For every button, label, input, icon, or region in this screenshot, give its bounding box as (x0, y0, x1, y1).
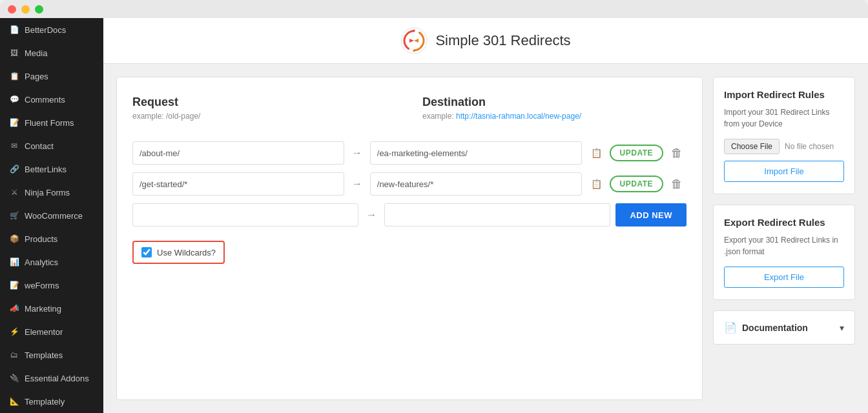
sidebar-item-media[interactable]: 🖼 Media (0, 41, 103, 65)
weforms-icon: 📝 (9, 280, 19, 290)
sidebar-label-ninja-forms: Ninja Forms (25, 188, 70, 197)
destination-input-3[interactable] (384, 203, 610, 227)
destination-example-link: http://tasnia-rahman.local/new-page/ (456, 112, 581, 121)
sidebar-item-betterlinks[interactable]: 🔗 BetterLinks (0, 157, 103, 181)
sidebar-label-betterlinks: BetterLinks (25, 165, 67, 174)
sidebar-label-templates: Templates (25, 350, 63, 360)
sidebar-label-templately: Templately (25, 397, 65, 407)
sidebar: 📄 BetterDocs 🖼 Media 📋 Pages 💬 Comments … (0, 18, 103, 413)
destination-input-1[interactable] (370, 141, 582, 165)
wildcard-checkbox[interactable] (141, 247, 152, 257)
pages-icon: 📋 (9, 71, 19, 81)
redirect-columns-header: Request example: /old-page/ Destination … (132, 96, 687, 131)
app-logo (400, 27, 428, 54)
sidebar-item-ninja-forms[interactable]: ⚔ Ninja Forms (0, 181, 103, 204)
betterdocs-icon: 📄 (9, 25, 19, 35)
arrow-1: → (344, 147, 370, 159)
arrow-2: → (344, 178, 370, 190)
redirect-card: Request example: /old-page/ Destination … (116, 77, 703, 400)
marketing-icon: 📣 (9, 303, 19, 314)
products-icon: 📦 (9, 234, 19, 244)
elementor-icon: ⚡ (9, 327, 19, 337)
delete-button-1[interactable]: 🗑 (667, 145, 687, 161)
update-button-2[interactable]: UPDATE (610, 176, 663, 192)
contact-icon: ✉ (9, 141, 19, 151)
sidebar-label-media: Media (25, 48, 47, 58)
sidebar-item-marketing[interactable]: 📣 Marketing (0, 297, 103, 320)
close-button[interactable] (8, 5, 16, 14)
request-input-1[interactable] (132, 141, 344, 165)
import-title: Import Redirect Rules (724, 89, 844, 100)
redirect-row-2: → 📋 UPDATE 🗑 (132, 172, 687, 196)
sidebar-item-weforms[interactable]: 📝 weForms (0, 274, 103, 297)
document-icon: 📄 (724, 321, 737, 334)
right-sidebar: Import Redirect Rules Import your 301 Re… (713, 77, 855, 400)
doc-label: Documentation (742, 323, 808, 333)
destination-input-2[interactable] (370, 172, 582, 196)
sidebar-label-woocommerce: WooCommerce (25, 211, 83, 221)
redirect-actions-2: 📋 UPDATE 🗑 (587, 176, 687, 192)
request-column: Request example: /old-page/ (132, 96, 397, 131)
update-button-1[interactable]: UPDATE (610, 145, 663, 161)
sidebar-item-pages[interactable]: 📋 Pages (0, 65, 103, 88)
destination-label: Destination (422, 96, 687, 109)
sidebar-item-woocommerce[interactable]: 🛒 WooCommerce (0, 204, 103, 227)
destination-example: example: http://tasnia-rahman.local/new-… (422, 112, 687, 121)
maximize-button[interactable] (35, 5, 43, 14)
betterlinks-icon: 🔗 (9, 164, 19, 174)
import-file-button[interactable]: Import File (724, 161, 844, 182)
sidebar-label-products: Products (25, 234, 57, 244)
sidebar-item-essential-addons[interactable]: 🔌 Essential Addons (0, 367, 103, 390)
export-file-button[interactable]: Export File (724, 267, 844, 288)
redirect-actions-1: 📋 UPDATE 🗑 (587, 145, 687, 161)
sidebar-label-essential-addons: Essential Addons (25, 374, 89, 383)
sidebar-item-templates[interactable]: 🗂 Templates (0, 343, 103, 367)
page-title: Simple 301 Redirects (435, 32, 570, 49)
delete-button-2[interactable]: 🗑 (667, 176, 687, 192)
copy-button-1[interactable]: 📋 (587, 146, 606, 159)
import-desc: Import your 301 Redirect Links from your… (724, 106, 844, 130)
sidebar-item-elementor[interactable]: ⚡ Elementor (0, 320, 103, 343)
destination-column: Destination example: http://tasnia-rahma… (422, 96, 687, 131)
templately-icon: 📐 (9, 396, 19, 407)
window-chrome (0, 0, 868, 18)
sidebar-item-analytics[interactable]: 📊 Analytics (0, 250, 103, 274)
chevron-down-icon: ▾ (840, 323, 844, 333)
main-content: Simple 301 Redirects Request example: /o… (103, 18, 868, 413)
export-title: Export Redirect Rules (724, 217, 844, 228)
request-label: Request (132, 96, 397, 109)
export-panel: Export Redirect Rules Export your 301 Re… (713, 205, 855, 300)
sidebar-item-fluent-forms[interactable]: 📝 Fluent Forms (0, 111, 103, 134)
request-input-2[interactable] (132, 172, 344, 196)
essential-addons-icon: 🔌 (9, 373, 19, 383)
fluent-forms-icon: 📝 (9, 117, 19, 128)
sidebar-label-contact: Contact (25, 141, 54, 151)
choose-file-button[interactable]: Choose File (724, 139, 780, 154)
analytics-icon: 📊 (9, 257, 19, 267)
no-file-text: No file chosen (785, 142, 834, 151)
request-input-3[interactable] (132, 203, 358, 227)
ninja-forms-icon: ⚔ (9, 187, 19, 197)
wildcard-row[interactable]: Use Wildcards? (132, 241, 225, 264)
export-desc: Export your 301 Redirect Links in .json … (724, 234, 844, 257)
copy-button-2[interactable]: 📋 (587, 177, 606, 190)
minimize-button[interactable] (21, 5, 30, 14)
sidebar-item-templately[interactable]: 📐 Templately (0, 390, 103, 413)
sidebar-label-analytics: Analytics (25, 257, 58, 267)
comments-icon: 💬 (9, 94, 19, 105)
sidebar-item-products[interactable]: 📦 Products (0, 227, 103, 250)
sidebar-item-betterdocs[interactable]: 📄 BetterDocs (0, 18, 103, 41)
arrow-3: → (358, 209, 384, 221)
templates-icon: 🗂 (9, 350, 19, 360)
sidebar-label-betterdocs: BetterDocs (25, 25, 66, 35)
woocommerce-icon: 🛒 (9, 210, 19, 221)
add-new-button[interactable]: ADD NEW (615, 203, 687, 227)
sidebar-label-marketing: Marketing (25, 304, 61, 314)
redirect-row-3: → ADD NEW (132, 203, 687, 227)
media-icon: 🖼 (9, 48, 19, 58)
documentation-panel[interactable]: 📄 Documentation ▾ (713, 310, 855, 345)
sidebar-label-elementor: Elementor (25, 327, 63, 337)
sidebar-label-weforms: weForms (25, 281, 59, 290)
sidebar-item-contact[interactable]: ✉ Contact (0, 134, 103, 157)
sidebar-item-comments[interactable]: 💬 Comments (0, 88, 103, 111)
